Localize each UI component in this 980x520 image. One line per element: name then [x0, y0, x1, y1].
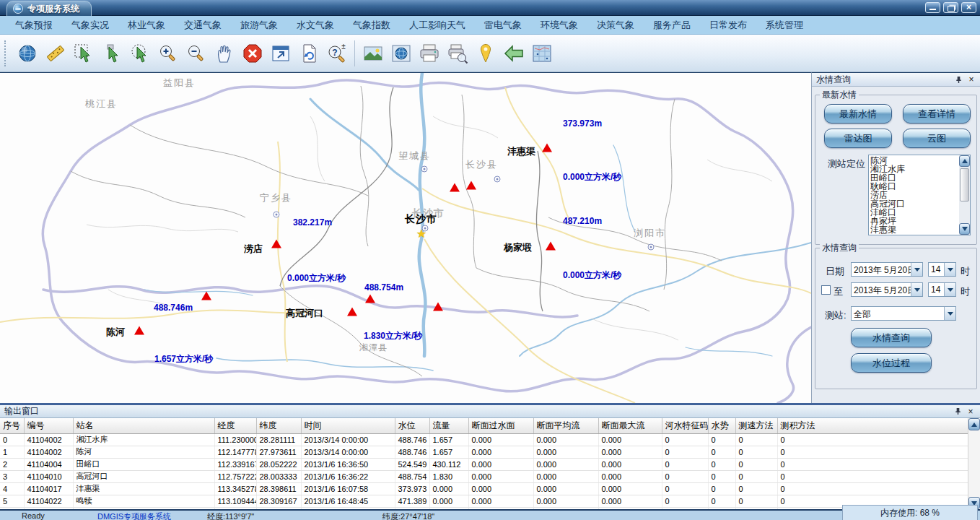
table-row[interactable]: 441104017沣惠渠113.34527828.3986112013/1/6 … — [0, 482, 968, 495]
svg-text:±: ± — [341, 43, 346, 51]
menu-item-14[interactable]: 系统管理 — [756, 19, 813, 32]
title-tab: 专项服务系统 — [6, 1, 92, 16]
menu-item-11[interactable]: 决策气象 — [587, 19, 644, 32]
column-header[interactable]: 经度 — [214, 418, 256, 433]
column-header[interactable]: 水势 — [708, 418, 735, 433]
close-icon[interactable]: × — [966, 74, 976, 84]
column-header[interactable]: 水位 — [395, 418, 429, 433]
view-details-button[interactable]: 查看详情 — [903, 104, 971, 124]
table-row[interactable]: 541104022鸣犊113.10944428.3091672013/1/6 1… — [0, 495, 968, 507]
menu-item-10[interactable]: 环境气象 — [531, 19, 587, 32]
column-header[interactable]: 纬度 — [256, 418, 301, 433]
table-row[interactable]: 341104010高冠河口112.75722228.0033332013/1/6… — [0, 470, 968, 482]
panel-title: 水情查询 — [816, 74, 851, 86]
dropdown-arrow-icon[interactable] — [911, 263, 922, 276]
water-query-button[interactable]: 水情查询 — [851, 328, 932, 347]
measure-icon[interactable] — [41, 39, 69, 68]
identify-icon[interactable]: ?± — [323, 39, 351, 68]
menu-item-2[interactable]: 气象实况 — [62, 19, 118, 32]
menu-item-3[interactable]: 林业气象 — [118, 19, 175, 32]
menu-item-9[interactable]: 雷电气象 — [475, 19, 531, 32]
pin-icon[interactable] — [953, 74, 963, 84]
select-circle-icon[interactable] — [126, 39, 154, 68]
back-icon[interactable] — [499, 39, 528, 68]
water-level-process-button[interactable]: 水位过程 — [851, 353, 932, 373]
cloud-image-button[interactable]: 云图 — [903, 129, 971, 148]
select-arrow-icon[interactable] — [97, 39, 126, 68]
table-cell: 0 — [0, 433, 24, 446]
menu-item-6[interactable]: 水文气象 — [287, 19, 344, 32]
table-cell: 0.000 — [429, 482, 468, 495]
listbox-scrollbar[interactable] — [959, 155, 970, 235]
menu-item-13[interactable]: 日常发布 — [700, 19, 756, 32]
image-icon[interactable] — [359, 39, 387, 68]
station-select[interactable]: 全部 — [851, 306, 956, 321]
city-marker-icon — [648, 244, 655, 251]
window-resize-icon[interactable] — [266, 39, 294, 68]
column-header[interactable]: 编号 — [24, 418, 73, 433]
menu-item-4[interactable]: 交通气象 — [175, 19, 231, 32]
column-header[interactable]: 河水特征码 — [662, 418, 708, 433]
to-date-checkbox[interactable] — [821, 285, 831, 295]
date-from-picker[interactable]: 2013年 5月20日 — [851, 262, 923, 277]
overview-map-icon[interactable] — [528, 39, 556, 68]
table-row[interactable]: 241104004田峪口112.33916728.0522222013/1/6 … — [0, 458, 968, 470]
table-scrollbar[interactable] — [968, 418, 980, 509]
column-header[interactable]: 序号 — [0, 418, 24, 433]
station-listbox[interactable]: 陈河湘江水库田峪口耿峪口涝店高冠河口沣峪口冉家坪沣惠渠 — [868, 155, 971, 235]
output-window: 输出窗口 × 序号编号站名经度纬度时间水位流量断面过水面断面平均流断面最大流河水… — [0, 403, 980, 509]
menu-item-7[interactable]: 气象指数 — [344, 19, 400, 32]
stop-icon[interactable] — [238, 39, 266, 68]
table-row[interactable]: 141104002陈河112.14777827.9736112013/3/14 … — [0, 446, 968, 458]
scroll-down-button[interactable] — [959, 223, 970, 235]
hour-to-picker[interactable]: 14 — [928, 282, 956, 297]
column-header[interactable]: 时间 — [301, 418, 395, 433]
column-header[interactable]: 断面平均流 — [533, 418, 598, 433]
pan-icon[interactable] — [210, 39, 238, 68]
pin-icon[interactable] — [953, 407, 963, 417]
latest-water-button[interactable]: 最新水情 — [824, 104, 892, 124]
restore-button[interactable] — [943, 2, 958, 13]
status-latitude: 纬度:27°47'18" — [382, 511, 434, 520]
minimize-button[interactable] — [925, 2, 940, 13]
menu-item-12[interactable]: 服务产品 — [644, 19, 700, 32]
dropdown-arrow-icon[interactable] — [944, 307, 955, 320]
toolbar-grip[interactable] — [4, 40, 9, 66]
column-header[interactable]: 断面最大流 — [598, 418, 662, 433]
print-icon[interactable] — [415, 39, 443, 68]
close-button[interactable] — [961, 2, 976, 13]
zoom-in-icon[interactable] — [154, 39, 182, 68]
refresh-icon[interactable] — [294, 39, 323, 68]
menu-item-1[interactable]: 气象预报 — [6, 19, 62, 32]
scrollbar-thumb[interactable] — [960, 168, 969, 202]
list-item[interactable]: 沣惠渠 — [870, 225, 958, 234]
table-row[interactable]: 041104002湘江水库111.23000028.2811112013/3/1… — [0, 433, 968, 446]
station-label: 高冠河口 — [286, 307, 323, 320]
column-header[interactable]: 测积方法 — [777, 418, 968, 433]
map-canvas[interactable]: 益阳县桃江县宁乡县望城县长沙县浏阳市湘潭县长沙市长沙市沣惠渠涝店杨家塅高冠河口陈… — [0, 72, 811, 403]
close-icon[interactable]: × — [966, 407, 976, 417]
column-header[interactable]: 站名 — [73, 418, 214, 433]
menu-item-5[interactable]: 旅游气象 — [231, 19, 287, 32]
table-cell: 524.549 — [395, 458, 429, 470]
menu-item-8[interactable]: 人工影响天气 — [400, 19, 475, 32]
table-cell: 0.000 — [598, 458, 662, 470]
scroll-up-button[interactable] — [968, 418, 980, 430]
scroll-up-button[interactable] — [959, 155, 970, 167]
column-header[interactable]: 流量 — [429, 418, 468, 433]
table-cell: 112.339167 — [214, 458, 256, 470]
dropdown-arrow-icon[interactable] — [944, 283, 955, 296]
globe-window-icon[interactable] — [387, 39, 415, 68]
zoom-out-icon[interactable] — [182, 39, 210, 68]
print-preview-icon[interactable] — [443, 39, 471, 68]
hour-from-picker[interactable]: 14 — [928, 262, 956, 277]
date-to-picker[interactable]: 2013年 5月20日 — [851, 282, 923, 297]
column-header[interactable]: 测速方法 — [735, 418, 777, 433]
column-header[interactable]: 断面过水面 — [468, 418, 533, 433]
dropdown-arrow-icon[interactable] — [911, 283, 922, 296]
location-pin-icon[interactable] — [471, 39, 499, 68]
dropdown-arrow-icon[interactable] — [944, 263, 955, 276]
globe-icon[interactable] — [13, 39, 41, 68]
radar-chart-button[interactable]: 雷达图 — [824, 129, 892, 148]
select-area-icon[interactable] — [69, 39, 97, 68]
